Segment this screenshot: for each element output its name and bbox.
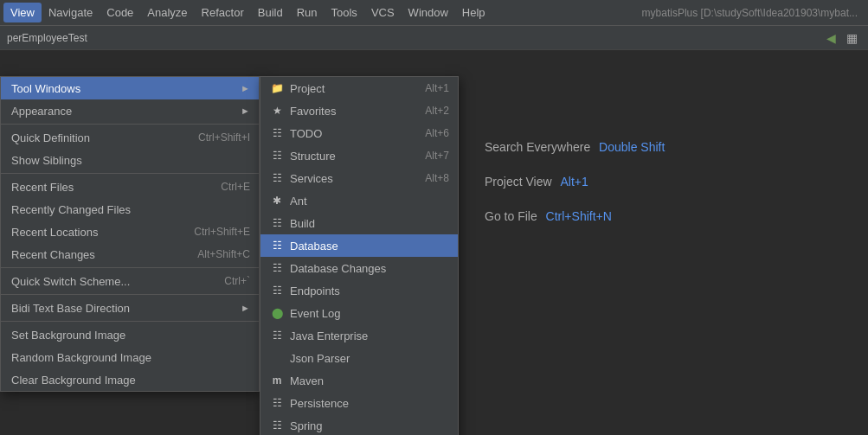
submenu-persistence[interactable]: ☷ Persistence [260,392,458,414]
menubar-view[interactable]: View [3,3,42,22]
project-label: Project [290,82,425,95]
submenu-project[interactable]: 📁 Project Alt+1 [260,77,458,99]
menubar-vcs[interactable]: VCS [364,3,402,22]
menubar-help[interactable]: Help [455,3,492,22]
menu-item-tool-windows[interactable]: Tool Windows ► [1,77,259,99]
database-changes-label: Database Changes [290,262,449,275]
recently-changed-label: Recently Changed Files [11,203,250,216]
persistence-icon: ☷ [269,395,285,411]
services-label: Services [290,172,425,185]
menubar-analyze[interactable]: Analyze [140,3,194,22]
maven-label: Maven [290,374,449,387]
menubar-navigate[interactable]: Navigate [42,3,100,22]
menu-item-recent-locations[interactable]: Recent Locations Ctrl+Shift+E [1,221,259,243]
structure-icon: ☷ [269,148,285,163]
appearance-arrow: ► [241,106,250,116]
go-to-file-shortcut: Ctrl+Shift+N [546,209,612,223]
menu-item-quick-switch[interactable]: Quick Switch Scheme... Ctrl+` [1,270,259,292]
right-pane: Search Everywhere Double Shift Project V… [459,50,868,435]
submenu-json-parser[interactable]: Json Parser [260,347,458,369]
clear-background-label: Clear Background Image [11,374,250,387]
submenu-structure[interactable]: ☷ Structure Alt+7 [260,144,458,167]
quick-definition-shortcut: Ctrl+Shift+I [198,131,250,144]
build-icon: ☷ [269,215,285,231]
back-button[interactable]: ◀ [823,29,839,47]
favorites-icon: ★ [269,103,285,118]
menu-item-recently-changed[interactable]: Recently Changed Files [1,198,259,221]
menu-item-show-siblings[interactable]: Show Siblings [1,149,259,171]
json-parser-label: Json Parser [290,352,449,365]
menu-item-appearance[interactable]: Appearance ► [1,99,259,122]
submenu-database[interactable]: ☷ Database [260,234,458,257]
submenu-services[interactable]: ☷ Services Alt+8 [260,167,458,189]
database-icon: ☷ [269,238,285,253]
persistence-label: Persistence [290,397,449,410]
menu-item-bidi[interactable]: Bidi Text Base Direction ► [1,297,259,319]
search-everywhere-shortcut: Double Shift [599,140,665,154]
favorites-label: Favorites [290,105,425,118]
split-button[interactable]: ▦ [843,29,861,47]
favorites-shortcut: Alt+2 [425,105,449,117]
submenu-ant[interactable]: ✱ Ant [260,189,458,212]
submenu-maven[interactable]: m Maven [260,369,458,392]
go-to-file-hint: Go to File Ctrl+Shift+N [485,209,842,223]
submenu-todo[interactable]: ☷ TODO Alt+6 [260,122,458,144]
project-view-shortcut: Alt+1 [560,175,588,189]
menubar-refactor[interactable]: Refactor [195,3,251,22]
menu-item-random-background[interactable]: Random Background Image [1,346,259,368]
main-area: Search Everywhere Double Shift Project V… [0,50,868,435]
recent-locations-label: Recent Locations [11,226,177,239]
menubar-tools[interactable]: Tools [325,3,364,22]
set-background-label: Set Background Image [11,329,250,342]
go-to-file-label: Go to File [485,209,537,223]
todo-icon: ☷ [269,125,285,141]
show-siblings-label: Show Siblings [11,154,250,167]
project-view-hint: Project View Alt+1 [485,175,842,189]
separator-3 [1,267,259,268]
event-log-icon: ⬤ [269,305,285,321]
menu-item-quick-definition[interactable]: Quick Definition Ctrl+Shift+I [1,126,259,149]
submenu-spring[interactable]: ☷ Spring [260,414,458,435]
recent-files-label: Recent Files [11,181,203,194]
random-background-label: Random Background Image [11,351,250,364]
menu-item-recent-files[interactable]: Recent Files Ctrl+E [1,176,259,198]
submenu-event-log[interactable]: ⬤ Event Log [260,302,458,324]
view-menu: Tool Windows ► Appearance ► Quick Defini… [0,76,260,392]
menubar-code[interactable]: Code [100,3,140,22]
menu-item-recent-changes[interactable]: Recent Changes Alt+Shift+C [1,243,259,265]
menubar-run[interactable]: Run [290,3,325,22]
recent-changes-label: Recent Changes [11,248,180,261]
separator-4 [1,294,259,295]
recent-files-shortcut: Ctrl+E [221,181,250,193]
submenu-database-changes[interactable]: ☷ Database Changes [260,257,458,279]
menubar-build[interactable]: Build [251,3,290,22]
search-everywhere-hint: Search Everywhere Double Shift [485,140,842,154]
services-icon: ☷ [269,170,285,186]
java-enterprise-label: Java Enterprise [290,329,449,342]
submenu-java-enterprise[interactable]: ☷ Java Enterprise [260,324,458,347]
database-changes-icon: ☷ [269,260,285,276]
appearance-label: Appearance [11,105,237,118]
ant-label: Ant [290,195,449,208]
event-log-label: Event Log [290,307,449,320]
quick-definition-label: Quick Definition [11,131,181,144]
bidi-arrow: ► [241,303,250,313]
submenu-endpoints[interactable]: ☷ Endpoints [260,279,458,302]
project-icon: 📁 [269,80,285,96]
editor-actions: ◀ ▦ [823,29,861,47]
project-shortcut: Alt+1 [425,82,449,94]
editor-header: perEmployeeTest ◀ ▦ [0,26,868,50]
submenu-favorites[interactable]: ★ Favorites Alt+2 [260,99,458,122]
menu-item-set-background[interactable]: Set Background Image [1,323,259,346]
menubar-window[interactable]: Window [402,3,455,22]
editor-tab[interactable]: perEmployeeTest [7,32,87,44]
submenu-build[interactable]: ☷ Build [260,212,458,234]
dropdown-overlay: Tool Windows ► Appearance ► Quick Defini… [0,76,260,392]
json-parser-icon [269,350,285,366]
database-label: Database [290,240,449,253]
tool-windows-submenu: 📁 Project Alt+1 ★ Favorites Alt+2 ☷ TODO… [260,76,459,435]
tool-windows-label: Tool Windows [11,82,237,95]
menu-item-clear-background[interactable]: Clear Background Image [1,368,259,391]
project-view-label: Project View [485,175,552,189]
spring-label: Spring [290,419,449,432]
